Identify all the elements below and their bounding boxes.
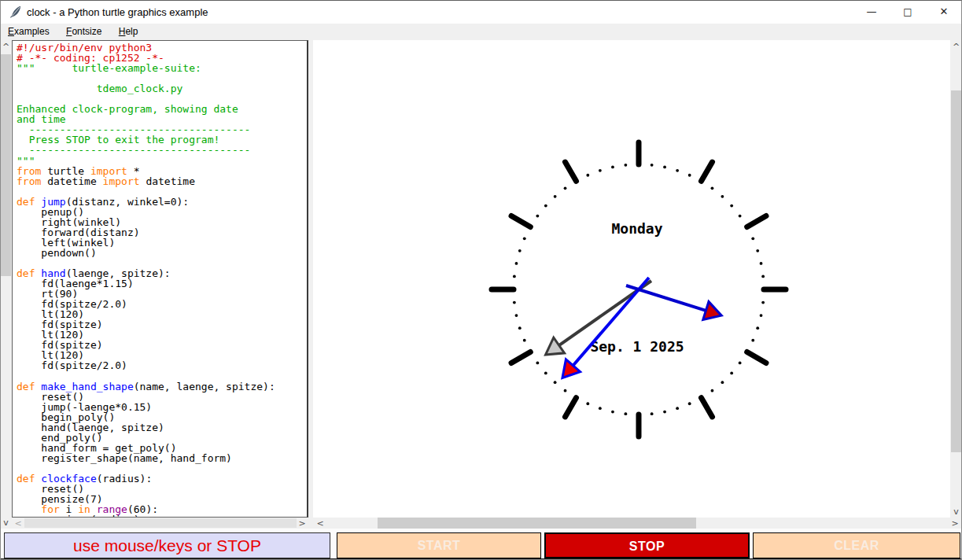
code-text: #!/usr/bin/env python3# -*- coding: cp12… xyxy=(17,42,275,518)
minute-dot xyxy=(711,389,714,392)
code-pane[interactable]: #!/usr/bin/env python3# -*- coding: cp12… xyxy=(12,40,308,518)
code-vscrollbar[interactable]: ^ v xyxy=(0,40,12,529)
minute-dot xyxy=(544,371,547,374)
code-hscroll-thumb[interactable] xyxy=(24,518,297,528)
minute-dot xyxy=(688,402,691,405)
canvas-hscroll-thumb[interactable] xyxy=(378,518,696,529)
minute-dot xyxy=(611,166,614,169)
menu-fontsize[interactable]: Fontsize xyxy=(60,24,108,39)
minute-dot xyxy=(599,169,602,172)
maximize-icon[interactable]: □ xyxy=(890,0,926,24)
window-title: clock - a Python turtle graphics example xyxy=(27,6,208,18)
minute-dot xyxy=(761,301,765,304)
minute-dot xyxy=(564,186,567,190)
hour-hand xyxy=(626,286,706,311)
minute-dot xyxy=(760,314,763,317)
scroll-up-icon[interactable]: ^ xyxy=(950,42,962,52)
hour-tick xyxy=(702,162,713,181)
minute-dot xyxy=(523,339,526,342)
clock-date-text: Sep. 1 2025 xyxy=(590,338,684,355)
minute-dot xyxy=(611,411,614,414)
minute-dot xyxy=(599,407,602,410)
minute-dot xyxy=(663,166,666,169)
minute-dot xyxy=(523,237,526,240)
scroll-left-icon[interactable]: < xyxy=(13,518,23,529)
minute-dot xyxy=(676,407,679,410)
minute-dot xyxy=(711,186,714,190)
canvas-vscrollbar[interactable]: ^ v xyxy=(950,40,962,518)
python-feather-icon xyxy=(9,6,22,18)
hour-tick xyxy=(702,398,713,417)
menu-help[interactable]: Help xyxy=(112,24,145,39)
scroll-right-icon[interactable]: > xyxy=(950,518,960,529)
minute-dot xyxy=(760,262,763,265)
stop-button[interactable]: STOP xyxy=(544,532,750,558)
start-button[interactable]: START xyxy=(337,532,541,558)
minute-dot xyxy=(515,262,518,265)
minute-dot xyxy=(564,389,567,392)
clock-drawing: MondaySep. 1 2025 xyxy=(313,40,950,518)
minute-dot xyxy=(544,204,547,208)
minute-dot xyxy=(676,169,679,172)
minute-dot xyxy=(739,215,742,218)
status-label: use mouse/keys or STOP xyxy=(4,532,330,558)
clear-button[interactable]: CLEAR xyxy=(753,532,960,558)
hour-tick xyxy=(747,216,766,227)
minimize-icon[interactable]: — xyxy=(853,0,890,24)
scroll-right-icon[interactable]: > xyxy=(297,518,307,529)
turtle-canvas[interactable]: MondaySep. 1 2025 xyxy=(313,40,950,518)
minute-dot xyxy=(751,339,754,342)
hour-tick xyxy=(511,352,530,363)
scroll-up-icon[interactable]: ^ xyxy=(0,42,12,52)
hour-tick xyxy=(566,162,577,181)
minute-dot xyxy=(624,412,627,415)
minute-dot xyxy=(751,237,754,240)
status-row: use mouse/keys or STOP START STOP CLEAR xyxy=(0,532,962,558)
hour-tick xyxy=(511,216,530,227)
minute-dot xyxy=(513,274,516,278)
minute-dot xyxy=(651,164,654,167)
hour-hand-tip xyxy=(703,301,721,319)
minute-dot xyxy=(536,362,539,365)
scroll-down-icon[interactable]: v xyxy=(950,507,962,517)
scroll-down-icon[interactable]: v xyxy=(0,518,12,528)
minute-dot xyxy=(586,402,589,405)
minute-dot xyxy=(536,215,539,218)
minute-dot xyxy=(756,326,759,330)
minute-dot xyxy=(651,412,654,415)
minute-dot xyxy=(688,174,691,177)
minute-dot xyxy=(518,326,522,330)
minute-dot xyxy=(739,362,742,365)
minute-dot xyxy=(513,301,516,304)
code-hscrollbar[interactable]: < > xyxy=(12,518,308,529)
minute-dot xyxy=(624,164,627,167)
title-bar[interactable]: clock - a Python turtle graphics example… xyxy=(0,0,962,24)
minute-dot xyxy=(730,204,733,208)
minute-dot xyxy=(663,411,666,414)
minute-dot xyxy=(518,249,522,252)
hour-tick xyxy=(747,352,766,363)
minute-dot xyxy=(554,381,557,384)
minute-dot xyxy=(515,314,518,317)
scroll-left-icon[interactable]: < xyxy=(315,518,325,529)
minute-dot xyxy=(721,381,724,384)
minute-dot xyxy=(554,195,557,198)
minute-dot xyxy=(761,274,765,278)
minute-dot xyxy=(721,195,724,198)
minute-dot xyxy=(730,371,733,374)
minute-dot xyxy=(586,174,589,177)
canvas-hscrollbar[interactable]: < > xyxy=(313,518,962,529)
close-icon[interactable]: ✕ xyxy=(926,0,962,24)
menu-examples[interactable]: Examples xyxy=(2,24,56,39)
second-hand-tip xyxy=(546,337,565,355)
minute-dot xyxy=(756,249,759,252)
code-vscroll-thumb[interactable] xyxy=(1,54,11,276)
clock-day-text: Monday xyxy=(611,220,662,237)
menu-bar: Examples Fontsize Help xyxy=(0,24,962,40)
canvas-vscroll-thumb[interactable] xyxy=(951,90,961,452)
hour-tick xyxy=(566,398,577,417)
